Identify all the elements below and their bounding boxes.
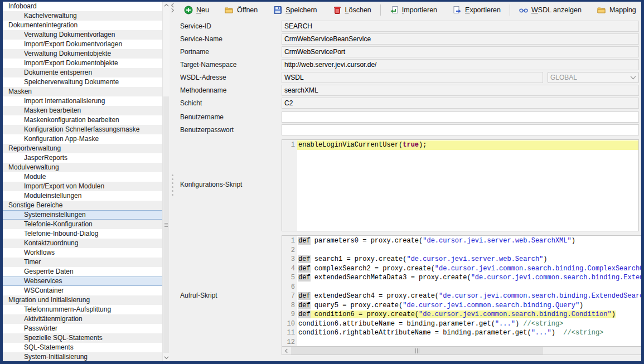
sidebar-item-label: Speicherverwaltung Dokumente	[24, 78, 119, 86]
sidebar-item-dokumente-entsperren[interactable]: Dokumente entsperren	[3, 68, 162, 77]
toolbar-button-exportieren[interactable]: Exportieren	[453, 6, 501, 14]
toolbar-button-speichern[interactable]: Speichern	[273, 6, 317, 14]
code-line: def query5 = proxy.create("de.cursor.jev…	[298, 301, 641, 310]
sidebar-item-aktivitatenmigration[interactable]: Aktivitätenmigration	[3, 314, 162, 324]
code-editor-konfigurations-skript[interactable]: 1enableLoginViaCurrentUser(true);	[282, 139, 639, 231]
sidebar-item-modulverwaltung[interactable]: Modulverwaltung	[3, 163, 162, 172]
sidebar-item-label: Gesperrte Daten	[24, 268, 74, 275]
benutzerpasswort-input[interactable]	[282, 124, 639, 135]
portname-input[interactable]	[282, 46, 639, 57]
sidebar-item-verwaltung-dokumentobjekte[interactable]: Verwaltung Dokumentobjekte	[3, 49, 162, 59]
sidebar-item-label: Masken bearbeiten	[24, 106, 81, 114]
wsdl-adresse-input[interactable]	[282, 72, 543, 83]
toolbar-button-mapping[interactable]: Mapping	[597, 6, 636, 14]
target-namespace-input[interactable]	[282, 59, 639, 70]
horizontal-scrollbar-thumb[interactable]	[291, 347, 543, 355]
benutzername-input[interactable]	[282, 111, 639, 123]
toolbar-button-label: Neu	[196, 6, 209, 14]
sidebar-item-sql-statements[interactable]: SQL-Statements	[3, 343, 162, 352]
sidebar-item-import-export-von-modulen[interactable]: Import/Export von Modulen	[3, 182, 162, 191]
sidebar-item-module[interactable]: Module	[3, 172, 162, 182]
code-area[interactable]: enableLoginViaCurrentUser(true);	[297, 140, 638, 231]
sidebar-item-passworter[interactable]: Passwörter	[3, 324, 162, 333]
sidebar-item-konfiguration-app-maske[interactable]: Konfiguration App-Maske	[3, 134, 162, 144]
code-editor-aufruf-skript[interactable]: 123456789101112def parameters0 = proxy.c…	[282, 235, 641, 346]
toolbar-separator	[510, 4, 510, 16]
toolbar-button-label: Öffnen	[237, 6, 258, 14]
sidebar-item-migration-und-initialisierung[interactable]: Migration und Initialisierung	[3, 295, 162, 305]
sidebar-item-label: Verwaltung Dokumentobjekte	[24, 50, 111, 57]
sidebar-item-systemeinstellungen[interactable]: Systemeinstellungen	[3, 210, 162, 220]
sidebar-item-system-initialisierung[interactable]: System-Initialisierung	[3, 352, 162, 361]
sidebar-item-kontaktzuordnung[interactable]: Kontaktzuordnung	[3, 239, 162, 248]
sidebar-item-import-export-dokumentvorlagen[interactable]: Import/Export Dokumentvorlagen	[3, 40, 162, 49]
service-id-input[interactable]	[282, 21, 639, 32]
scroll-left-icon[interactable]	[282, 347, 290, 355]
sidebar-scrollbar-thumb[interactable]	[163, 96, 169, 353]
sidebar-item-import-export-dokumentobjekte[interactable]: Import/Export Dokumentobjekte	[3, 59, 162, 68]
glasses-icon	[519, 6, 528, 14]
floppy-disk-icon	[273, 6, 282, 14]
main-panel: NeuÖffnenSpeichernLöschenImportierenExpo…	[176, 2, 641, 361]
sidebar-item-telefonie-inbound-dialog[interactable]: Telefonie-Inbound-Dialog	[3, 229, 162, 239]
expand-right-icon[interactable]	[170, 8, 175, 13]
sidebar-item-reportverwaltung[interactable]: Reportverwaltung	[3, 144, 162, 153]
sidebar-item-telefonnummern-aufsplittung[interactable]: Telefonnummern-Aufsplittung	[3, 305, 162, 314]
form-row-methodenname: Methodenname	[180, 85, 639, 96]
code-line: enableLoginViaCurrentUser(true);	[297, 140, 638, 150]
sidebar-item-label: Konfiguration Schnellerfassungsmaske	[24, 125, 139, 133]
service-name-input[interactable]	[282, 33, 639, 45]
toolbar-button-neu[interactable]: Neu	[184, 6, 209, 14]
sidebar-item-label: Konfiguration App-Maske	[24, 135, 99, 143]
sidebar-item-sonstige-bereiche[interactable]: Sonstige Bereiche	[3, 201, 162, 210]
sidebar-item-spezielle-sql-statements[interactable]: Spezielle SQL-Statements	[3, 333, 162, 343]
sidebar-item-speicherverwaltung-dokumente[interactable]: Speicherverwaltung Dokumente	[3, 77, 162, 87]
editor-horizontal-scrollbar[interactable]	[282, 346, 641, 355]
sidebar-item-import-internationalisierung[interactable]: Import Internationalisierung	[3, 96, 162, 106]
sidebar-item-label: Reportverwaltung	[8, 144, 61, 152]
sidebar-item-label: Masken	[8, 88, 32, 95]
sidebar-item-label: Spezielle SQL-Statements	[24, 334, 103, 342]
panel-splitter[interactable]	[170, 2, 176, 361]
methodenname-input[interactable]	[282, 85, 639, 96]
toolbar-button-wsdl-anzeigen[interactable]: WSDL anzeigen	[519, 6, 582, 14]
sidebar-item-dokumentenintegration[interactable]: Dokumentenintegration	[3, 21, 162, 30]
sidebar-item-gesperrte-daten[interactable]: Gesperrte Daten	[3, 267, 162, 276]
scope-select[interactable]: GLOBAL	[548, 72, 639, 83]
line-number: 6	[282, 283, 295, 292]
editor-row-konfigurations-skript: Konfigurations-Skript1enableLoginViaCurr…	[180, 137, 639, 231]
toolbar-button-loeschen[interactable]: Löschen	[333, 6, 371, 14]
sidebar-item-masken[interactable]: Masken	[3, 87, 162, 96]
sidebar-scrollbar[interactable]	[162, 2, 170, 361]
folder-open-icon	[225, 6, 234, 14]
line-number: 12	[282, 338, 295, 347]
sidebar-item-kachelverwaltung[interactable]: Kachelverwaltung	[3, 11, 162, 21]
application-window: InfoboardKachelverwaltungDokumenteninteg…	[0, 0, 644, 364]
toolbar-button-label: Exportieren	[465, 6, 501, 14]
form-row-benutzerpasswort: Benutzerpasswort	[180, 124, 639, 135]
sidebar-item-workflows[interactable]: Workflows	[3, 248, 162, 258]
sidebar-item-masken-bearbeiten[interactable]: Masken bearbeiten	[3, 106, 162, 115]
sidebar-item-label: Timer	[24, 258, 41, 266]
sidebar-item-maskenkonfiguration-bearbeiten[interactable]: Maskenkonfiguration bearbeiten	[3, 115, 162, 125]
schicht-input[interactable]	[282, 98, 639, 109]
line-number: 9	[282, 310, 295, 319]
sidebar-item-telefonie-konfiguration[interactable]: Telefonie-Konfiguration	[3, 220, 162, 229]
scroll-down-icon[interactable]	[163, 354, 170, 361]
sidebar-item-moduleinstellungen[interactable]: Moduleinstellungen	[3, 191, 162, 201]
sidebar-item-webservices[interactable]: Webservices	[3, 276, 162, 286]
scroll-up-icon[interactable]	[163, 2, 170, 9]
sidebar-item-infoboard[interactable]: Infoboard	[3, 2, 162, 11]
toolbar-button-oeffnen[interactable]: Öffnen	[225, 6, 258, 14]
sidebar-item-timer[interactable]: Timer	[3, 258, 162, 267]
code-line	[298, 283, 641, 292]
sidebar-item-verwaltung-dokumentvorlagen[interactable]: Verwaltung Dokumentvorlagen	[3, 30, 162, 40]
sidebar-item-jasperreports[interactable]: JasperReports	[3, 153, 162, 163]
sidebar-item-konfiguration-schnellerfassungsmaske[interactable]: Konfiguration Schnellerfassungsmaske	[3, 125, 162, 134]
code-area[interactable]: def parameters0 = proxy.create("de.curso…	[297, 236, 641, 346]
collapse-left-icon[interactable]	[170, 3, 175, 8]
form-row-wsdl-adresse: WSDL-AdresseGLOBAL	[180, 72, 639, 83]
sidebar-item-wscontainer[interactable]: WSContainer	[3, 286, 162, 295]
toolbar-button-importieren[interactable]: Importieren	[390, 6, 437, 14]
splitter-grip-icon[interactable]	[172, 174, 173, 196]
